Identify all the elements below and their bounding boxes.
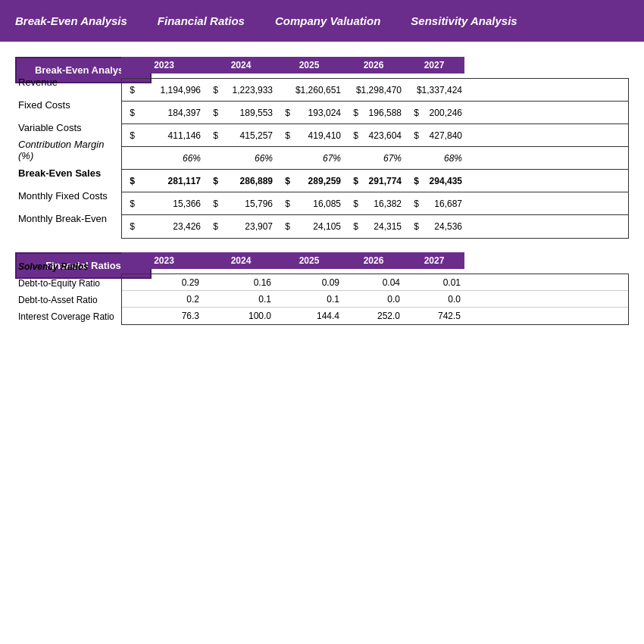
- main-content: Break-Even Analysis 2023 2024 2025 2026 …: [0, 42, 644, 355]
- fr-year-header-2023: 2023: [121, 252, 207, 269]
- bes-val-2027: 294,435: [421, 176, 467, 186]
- nav-company-valuation[interactable]: Company Valuation: [275, 14, 380, 27]
- bes-val-2025: 289,259: [292, 176, 345, 186]
- fr-year-header-2026: 2026: [343, 252, 404, 269]
- revenue-val-2023: 1,194,996: [137, 85, 205, 95]
- fr-year-header-2024: 2024: [207, 252, 275, 269]
- breakeven-sales-row: $ 281,117 $ 286,889 $ 289,259 $ 291,774 …: [122, 170, 628, 192]
- nav-sensitivity-analysis[interactable]: Sensitivity Analysis: [411, 14, 517, 27]
- breakeven-sales-label: Break-Even Sales: [15, 161, 121, 184]
- ic-val-2025: 144.4: [277, 311, 345, 321]
- revenue-val-2025: $1,260,651: [277, 85, 345, 95]
- monthly-breakeven-label: Monthly Break-Even: [15, 207, 121, 230]
- variable-costs-val-2025: 419,410: [292, 130, 345, 141]
- mfc-val-2023: 15,366: [137, 199, 205, 209]
- variable-costs-val-2027: 427,840: [421, 130, 467, 141]
- fixed-costs-row: $ 184,397 $ 189,553 $ 193,024 $ 196,588 …: [122, 102, 628, 124]
- revenue-row: $ 1,194,996 $ 1,223,933 $1,260,651 $1,29…: [122, 79, 628, 102]
- monthly-fixed-costs-label: Monthly Fixed Costs: [15, 184, 121, 207]
- da-val-2024: 0.1: [205, 294, 277, 305]
- variable-costs-val-2023: 411,146: [137, 130, 205, 141]
- mfc-val-2024: 15,796: [220, 199, 277, 209]
- fixed-costs-val-2025: 193,024: [292, 108, 345, 118]
- breakeven-table: $ 1,194,996 $ 1,223,933 $1,260,651 $1,29…: [121, 78, 629, 239]
- year-header-2024: 2024: [207, 57, 275, 73]
- mbe-val-2024: 23,907: [220, 221, 277, 232]
- nav-financial-ratios[interactable]: Financial Ratios: [158, 14, 245, 27]
- bes-val-2024: 286,889: [220, 176, 277, 186]
- de-val-2027: 0.01: [406, 277, 467, 288]
- mfc-val-2027: 16,687: [421, 199, 467, 209]
- de-val-2026: 0.04: [345, 277, 406, 288]
- ic-val-2023: 76.3: [122, 311, 205, 321]
- de-val-2025: 0.09: [277, 277, 345, 288]
- nav-break-even[interactable]: Break-Even Analysis: [15, 14, 127, 27]
- mfc-val-2025: 16,085: [292, 199, 345, 209]
- fixed-costs-val-2026: 196,588: [361, 108, 406, 118]
- debt-asset-row: 0.2 0.1 0.1 0.0 0.0: [122, 291, 628, 308]
- revenue-val-2024: 1,223,933: [220, 85, 277, 95]
- year-header-2026: 2026: [343, 57, 404, 73]
- top-navigation: Break-Even Analysis Financial Ratios Com…: [0, 0, 644, 42]
- monthly-breakeven-row: $ 23,426 $ 23,907 $ 24,105 $ 24,315 $ 24…: [122, 215, 628, 238]
- de-val-2024: 0.16: [205, 277, 277, 288]
- de-val-2023: 0.29: [122, 277, 205, 288]
- debt-equity-row: 0.29 0.16 0.09 0.04 0.01: [122, 274, 628, 291]
- mfc-val-2026: 16,382: [361, 199, 406, 209]
- year-header-2027: 2027: [404, 57, 464, 73]
- year-header-2025: 2025: [275, 57, 343, 73]
- cm-val-2027: 68%: [406, 153, 467, 164]
- revenue-val-2026: $1,298,470: [345, 85, 406, 95]
- bes-val-2023: 281,117: [137, 176, 205, 186]
- cm-val-2024: 66%: [205, 153, 277, 164]
- fixed-costs-val-2024: 189,553: [220, 108, 277, 118]
- breakeven-section: Break-Even Analysis 2023 2024 2025 2026 …: [15, 57, 629, 230]
- ic-val-2024: 100.0: [205, 311, 277, 321]
- variable-costs-row: $ 411,146 $ 415,257 $ 419,410 $ 423,604 …: [122, 124, 628, 147]
- revenue-dollar-2023: $: [122, 85, 137, 95]
- ic-val-2026: 252.0: [345, 311, 406, 321]
- ic-val-2027: 742.5: [406, 311, 467, 321]
- fixed-costs-val-2027: 200,246: [421, 108, 467, 118]
- breakeven-labels: Revenue Fixed Costs Variable Costs Contr…: [15, 70, 121, 230]
- fr-year-header-2027: 2027: [404, 252, 464, 269]
- year-header-2023: 2023: [121, 57, 207, 73]
- mbe-val-2026: 24,315: [361, 221, 406, 232]
- da-val-2026: 0.0: [345, 294, 406, 305]
- interest-coverage-label: Interest Coverage Ratio: [15, 308, 121, 325]
- revenue-dollar-2024: $: [205, 85, 220, 95]
- contribution-margin-row: 66% 66% 67% 67% 68%: [122, 147, 628, 170]
- interest-coverage-row: 76.3 100.0 144.4 252.0 742.5: [122, 308, 628, 324]
- solvency-table: 0.29 0.16 0.09 0.04 0.01 0.2 0.1 0.1 0.0…: [121, 274, 629, 325]
- da-val-2025: 0.1: [277, 294, 345, 305]
- fixed-costs-label: Fixed Costs: [15, 93, 121, 116]
- debt-asset-label: Debt-to-Asset Ratio: [15, 292, 121, 308]
- bes-val-2026: 291,774: [361, 176, 406, 186]
- variable-costs-val-2026: 423,604: [361, 130, 406, 141]
- contribution-margin-label: Contribution Margin (%): [15, 139, 121, 161]
- variable-costs-val-2024: 415,257: [220, 130, 277, 141]
- cm-val-2025: 67%: [277, 153, 345, 164]
- da-val-2027: 0.0: [406, 294, 467, 305]
- revenue-val-2027: $1,337,424: [406, 85, 467, 95]
- monthly-fixed-costs-row: $ 15,366 $ 15,796 $ 16,085 $ 16,382 $ 16…: [122, 192, 628, 215]
- mbe-val-2023: 23,426: [137, 221, 205, 232]
- mbe-val-2027: 24,536: [421, 221, 467, 232]
- financial-ratios-section: Financial Ratios 2023 2024 2025 2026 202…: [15, 252, 629, 325]
- fr-year-header-2025: 2025: [275, 252, 343, 269]
- cm-val-2026: 67%: [345, 153, 406, 164]
- cm-val-2023: 66%: [122, 153, 205, 164]
- da-val-2023: 0.2: [122, 294, 205, 305]
- fixed-costs-val-2023: 184,397: [137, 108, 205, 118]
- variable-costs-label: Variable Costs: [15, 116, 121, 139]
- mbe-val-2025: 24,105: [292, 221, 345, 232]
